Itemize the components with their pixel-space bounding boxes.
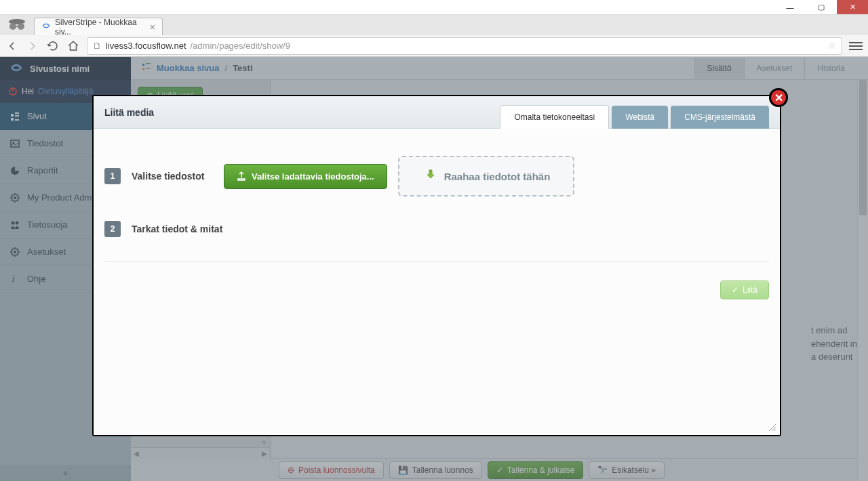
browser-tab[interactable]: SilverStripe - Muokkaa siv... × [34,18,163,35]
window-titlebar: — ▢ ✕ [0,0,868,15]
close-icon: ✕ [774,91,783,104]
step-1-label: Valitse tiedostot [132,171,213,182]
bookmark-star-icon[interactable]: ☆ [828,41,836,51]
browser-menu-button[interactable] [849,42,863,50]
choose-files-button[interactable]: Valitse ladattavia tiedostoja... [224,164,387,189]
back-button[interactable] [5,39,19,53]
svg-rect-3 [15,26,19,27]
url-domain: livess3.focusflow.net [106,41,186,51]
download-arrow-icon [422,168,439,184]
browser-tabbar: SilverStripe - Muokkaa siv... × [0,15,868,35]
step-1-badge: 1 [104,168,121,184]
window-maximize-button[interactable]: ▢ [806,0,837,14]
step-1-row: 1 Valitse tiedostot Valitse ladattavia t… [104,156,769,196]
window-close-button[interactable]: ✕ [837,0,868,14]
modal-tab-cms[interactable]: CMS-järjestelmästä [671,106,769,129]
drop-zone[interactable]: Raahaa tiedotot tähän [398,156,575,196]
modal-body: 1 Valitse tiedostot Valitse ladattavia t… [94,129,780,435]
forward-button[interactable] [26,39,39,53]
check-icon: ✓ [732,285,738,295]
modal-close-button[interactable]: ✕ [769,88,788,107]
reload-button[interactable] [46,39,60,53]
modal-tab-computer[interactable]: Omalta tietokoneeltasi [500,105,609,129]
step-2-badge: 2 [104,221,121,237]
attach-button[interactable]: ✓ Liitä [720,280,769,299]
upload-icon [237,171,246,181]
tab-close-icon[interactable]: × [150,22,155,33]
tab-title: SilverStripe - Muokkaa siv... [55,18,146,37]
window-minimize-button[interactable]: — [774,0,806,14]
file-icon: 🗋 [93,41,102,51]
modal-tab-web[interactable]: Webistä [612,106,668,129]
step-2-row: 2 Tarkat tiedot & mitat [104,221,769,237]
resize-handle-icon[interactable] [768,423,777,432]
modal-title: Liitä media [104,107,154,118]
home-button[interactable] [66,39,80,53]
tab-favicon-icon [41,21,51,33]
browser-toolbar: 🗋 livess3.focusflow.net/admin/pages/edit… [0,35,868,57]
insert-media-modal: ✕ Liitä media Omalta tietokoneeltasi Web… [92,95,781,436]
divider [104,262,769,262]
step-2-label: Tarkat tiedot & mitat [132,224,222,234]
url-path: /admin/pages/edit/show/9 [191,41,290,51]
url-bar[interactable]: 🗋 livess3.focusflow.net/admin/pages/edit… [87,37,842,55]
incognito-icon [5,16,28,33]
modal-header: Liitä media Omalta tietokoneeltasi Webis… [94,96,780,129]
